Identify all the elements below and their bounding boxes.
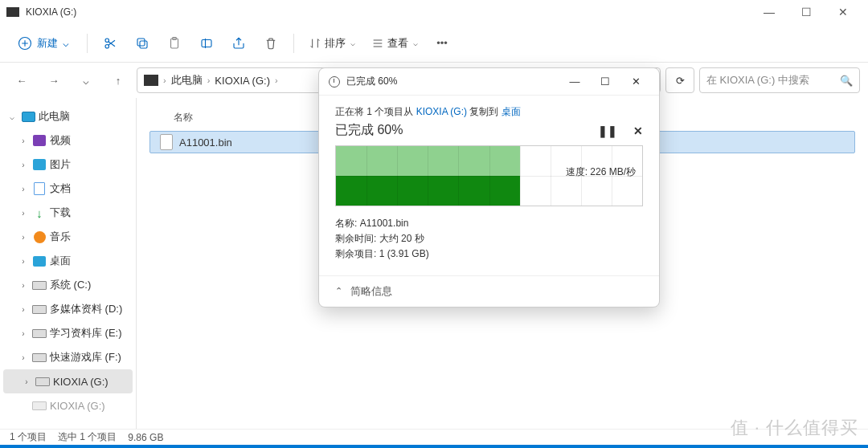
expand-icon[interactable]: › bbox=[18, 209, 29, 218]
close-button[interactable]: ✕ bbox=[825, 0, 862, 24]
detail-items: 剩余项目: 1 (3.91 GB) bbox=[335, 246, 643, 262]
sidebar-item-drive-f[interactable]: ›快速游戏库 (F:) bbox=[0, 345, 136, 369]
detail-name: 名称: A11001.bin bbox=[335, 216, 643, 231]
drive-icon bbox=[32, 278, 47, 292]
sort-button[interactable]: 排序 ⌵ bbox=[302, 31, 362, 55]
sidebar-item-videos[interactable]: ›视频 bbox=[0, 128, 136, 153]
sidebar-item-this-pc[interactable]: ⌵ 此电脑 bbox=[0, 104, 136, 128]
dialog-footer[interactable]: ⌃ 简略信息 bbox=[319, 275, 659, 307]
cut-button[interactable] bbox=[96, 29, 125, 58]
copy-button[interactable] bbox=[128, 29, 157, 58]
status-selection: 选中 1 个项目 bbox=[58, 430, 117, 444]
more-button[interactable]: ••• bbox=[428, 29, 457, 58]
dialog-maximize-button[interactable]: ☐ bbox=[592, 71, 619, 92]
sidebar-label: 学习资料库 (E:) bbox=[50, 326, 122, 340]
breadcrumb-item[interactable]: KIOXIA (G:) bbox=[215, 75, 270, 87]
trash-icon bbox=[264, 36, 278, 51]
chevron-right-icon: › bbox=[163, 75, 166, 85]
recent-button[interactable]: ⌵ bbox=[72, 67, 100, 94]
dialog-body: 正在将 1 个项目从 KIOXIA (G:) 复制到 桌面 已完成 60% ❚❚… bbox=[319, 96, 659, 275]
dialog-minimize-button[interactable]: — bbox=[561, 71, 588, 92]
progress-filled bbox=[336, 146, 520, 206]
svg-rect-7 bbox=[202, 39, 211, 47]
separator bbox=[87, 34, 88, 53]
copy-icon bbox=[135, 36, 149, 51]
dialog-close-button[interactable]: ✕ bbox=[622, 71, 649, 92]
cancel-button[interactable]: ✕ bbox=[633, 124, 643, 137]
copy-prefix: 正在将 1 个项目从 bbox=[335, 106, 416, 117]
sidebar-label: 多媒体资料 (D:) bbox=[50, 302, 122, 316]
expand-icon[interactable]: › bbox=[21, 377, 32, 386]
expand-icon[interactable]: › bbox=[18, 329, 29, 338]
copy-mid: 复制到 bbox=[467, 106, 502, 117]
breadcrumb-item[interactable]: 此电脑 bbox=[171, 73, 203, 88]
expand-icon[interactable]: › bbox=[18, 305, 29, 314]
footer-label: 简略信息 bbox=[350, 284, 392, 299]
sidebar-item-documents[interactable]: ›文档 bbox=[0, 177, 136, 201]
svg-rect-4 bbox=[137, 39, 145, 46]
pause-button[interactable]: ❚❚ bbox=[598, 124, 617, 137]
sort-icon bbox=[309, 37, 321, 50]
sidebar-item-drive-g-dup[interactable]: KIOXIA (G:) bbox=[0, 393, 136, 417]
new-button[interactable]: 新建 ⌵ bbox=[8, 31, 79, 55]
clock-icon bbox=[329, 76, 340, 88]
expand-icon[interactable]: › bbox=[18, 281, 29, 290]
up-button[interactable]: ↑ bbox=[104, 67, 132, 94]
expand-icon[interactable]: › bbox=[18, 257, 29, 266]
refresh-button[interactable]: ⟳ bbox=[665, 67, 694, 93]
chevron-right-icon: › bbox=[207, 75, 211, 85]
expand-icon[interactable]: › bbox=[18, 185, 29, 193]
copy-dialog: 已完成 60% — ☐ ✕ 正在将 1 个项目从 KIOXIA (G:) 复制到… bbox=[318, 67, 660, 307]
collapse-icon[interactable]: ⌵ bbox=[6, 112, 18, 121]
copy-source-link[interactable]: KIOXIA (G:) bbox=[416, 106, 467, 117]
sidebar-item-music[interactable]: ›音乐 bbox=[0, 225, 136, 249]
dialog-titlebar: 已完成 60% — ☐ ✕ bbox=[319, 68, 659, 96]
watermark: 值 · 什么值得买 bbox=[731, 416, 858, 440]
rename-button[interactable] bbox=[192, 29, 221, 58]
sidebar-label: 音乐 bbox=[50, 230, 71, 244]
search-input[interactable]: 在 KIOXIA (G:) 中搜索 🔍 bbox=[699, 67, 860, 93]
download-icon: ↓ bbox=[32, 206, 47, 220]
document-icon bbox=[32, 181, 47, 196]
sidebar-item-drive-c[interactable]: ›系统 (C:) bbox=[0, 273, 136, 297]
pc-icon bbox=[21, 109, 35, 124]
delete-button[interactable] bbox=[256, 29, 285, 58]
picture-icon bbox=[32, 157, 47, 172]
minimize-button[interactable]: — bbox=[751, 0, 788, 24]
sidebar-item-drive-g[interactable]: ›KIOXIA (G:) bbox=[3, 369, 133, 393]
sidebar-label: KIOXIA (G:) bbox=[50, 400, 105, 412]
music-icon bbox=[32, 230, 47, 244]
app-icon bbox=[6, 7, 19, 17]
paste-button[interactable] bbox=[160, 29, 189, 58]
new-label: 新建 bbox=[37, 36, 58, 51]
maximize-button[interactable]: ☐ bbox=[788, 0, 825, 24]
sidebar-item-desktop[interactable]: ›桌面 bbox=[0, 249, 136, 273]
expand-icon[interactable]: › bbox=[18, 353, 29, 362]
drive-icon bbox=[32, 302, 47, 316]
taskbar bbox=[0, 445, 868, 448]
back-button[interactable]: ← bbox=[8, 67, 35, 94]
expand-icon[interactable]: › bbox=[18, 161, 29, 169]
sidebar-item-downloads[interactable]: ›↓下载 bbox=[0, 201, 136, 225]
view-button[interactable]: 查看 ⌵ bbox=[365, 31, 424, 55]
sidebar-item-pictures[interactable]: ›图片 bbox=[0, 153, 136, 177]
sidebar-label: 视频 bbox=[50, 133, 71, 148]
sidebar-label: 图片 bbox=[50, 157, 71, 172]
file-name: A11001.bin bbox=[179, 136, 232, 149]
sidebar-item-drive-e[interactable]: ›学习资料库 (E:) bbox=[0, 321, 136, 345]
sidebar-item-drive-d[interactable]: ›多媒体资料 (D:) bbox=[0, 297, 136, 321]
chevron-down-icon: ⌵ bbox=[413, 39, 418, 47]
detail-time: 剩余时间: 大约 20 秒 bbox=[335, 231, 643, 246]
expand-icon[interactable]: › bbox=[18, 136, 29, 145]
sidebar-label: KIOXIA (G:) bbox=[53, 376, 108, 388]
scissors-icon bbox=[103, 36, 117, 51]
expand-icon[interactable]: › bbox=[18, 233, 29, 242]
dialog-title: 已完成 60% bbox=[346, 75, 397, 88]
toolbar: 新建 ⌵ 排序 ⌵ 查看 ⌵ ••• bbox=[0, 24, 868, 63]
share-button[interactable] bbox=[224, 29, 253, 58]
copy-dest-link[interactable]: 桌面 bbox=[502, 106, 521, 117]
progress-percent-label: 已完成 60% bbox=[335, 122, 403, 139]
video-icon bbox=[32, 133, 47, 148]
status-count: 1 个项目 bbox=[10, 430, 47, 444]
forward-button[interactable]: → bbox=[40, 67, 68, 94]
